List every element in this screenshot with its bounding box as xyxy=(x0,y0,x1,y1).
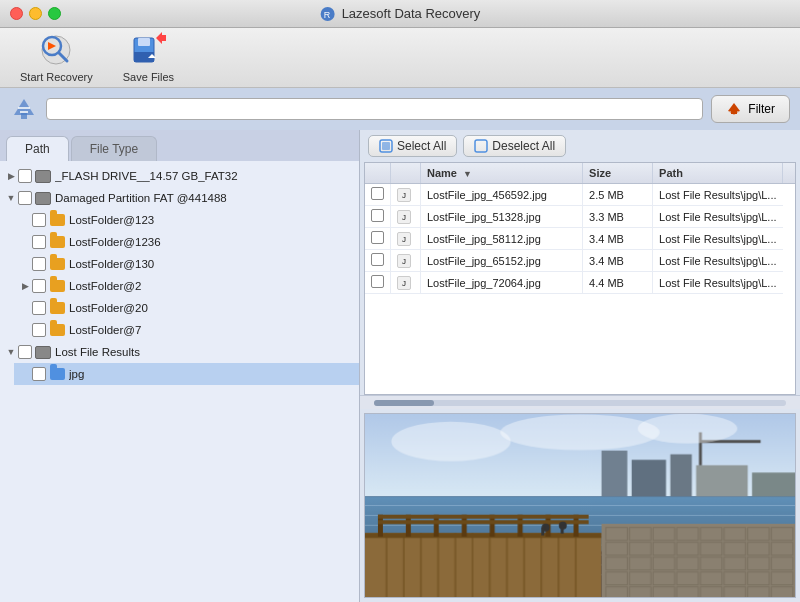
app-title: R Lazesoft Data Recovery xyxy=(320,6,481,22)
close-button[interactable] xyxy=(10,7,23,20)
row-icon-cell: J xyxy=(391,272,421,294)
col-path[interactable]: Path xyxy=(653,163,783,184)
col-size[interactable]: Size xyxy=(583,163,653,184)
tabs: Path File Type xyxy=(0,130,359,161)
tree-arrow xyxy=(18,323,32,337)
tree-checkbox-jpg[interactable] xyxy=(32,367,46,381)
tree-checkbox-lf123[interactable] xyxy=(32,213,46,227)
row-size: 2.5 MB xyxy=(583,184,653,206)
tree-item-lostfileresults[interactable]: ▼ Lost File Results xyxy=(0,341,359,363)
folder-blue-icon xyxy=(49,367,65,381)
hscroll-track[interactable] xyxy=(374,400,786,406)
minimize-button[interactable] xyxy=(29,7,42,20)
tree-item-lostfolder123[interactable]: LostFolder@123 xyxy=(14,209,359,231)
tree-label: LostFolder@2 xyxy=(69,280,141,292)
row-icon-cell: J xyxy=(391,250,421,272)
svg-rect-14 xyxy=(731,110,737,114)
hscroll-bar[interactable] xyxy=(360,395,800,409)
row-checkbox[interactable] xyxy=(371,253,384,266)
search-input[interactable] xyxy=(46,98,703,120)
hscroll-thumb[interactable] xyxy=(374,400,434,406)
col-scroll xyxy=(783,163,796,184)
tree-item-jpg[interactable]: jpg xyxy=(14,363,359,385)
tree-panel[interactable]: ▶ _FLASH DRIVE__14.57 GB_FAT32 ▼ Damaged… xyxy=(0,161,359,602)
file-type-icon: J xyxy=(397,276,411,290)
maximize-button[interactable] xyxy=(48,7,61,20)
tree-checkbox-flash[interactable] xyxy=(18,169,32,183)
titlebar: R Lazesoft Data Recovery xyxy=(0,0,800,28)
tree-checkbox-lf20[interactable] xyxy=(32,301,46,315)
tree-item-lostfolder1236[interactable]: LostFolder@1236 xyxy=(14,231,359,253)
select-all-button[interactable]: Select All xyxy=(368,135,457,157)
tree-item-lostfolder7[interactable]: LostFolder@7 xyxy=(14,319,359,341)
row-checkbox[interactable] xyxy=(371,275,384,288)
deselect-all-label: Deselect All xyxy=(492,139,555,153)
tab-file-type[interactable]: File Type xyxy=(71,136,157,161)
tree-checkbox-lf1236[interactable] xyxy=(32,235,46,249)
row-name: LostFile_jpg_65152.jpg xyxy=(421,250,583,272)
tree-item-damaged[interactable]: ▼ Damaged Partition FAT @441488 xyxy=(0,187,359,209)
col-icon xyxy=(391,163,421,184)
row-path: Lost File Results\jpg\L... xyxy=(653,272,783,294)
table-row[interactable]: J LostFile_jpg_51328.jpg 3.3 MB Lost Fil… xyxy=(365,206,795,228)
tree-label: LostFolder@130 xyxy=(69,258,154,270)
start-recovery-button[interactable]: Start Recovery xyxy=(10,28,103,87)
file-type-icon: J xyxy=(397,254,411,268)
save-files-button[interactable]: Save Files xyxy=(113,28,184,87)
row-checkbox-cell[interactable] xyxy=(365,250,391,272)
save-files-icon xyxy=(130,32,166,68)
tree-arrow: ▶ xyxy=(18,279,32,293)
tree-arrow xyxy=(18,235,32,249)
file-type-icon: J xyxy=(397,232,411,246)
file-table-scroll[interactable]: Name ▼ Size Path J LostFile_jpg_456592.j… xyxy=(365,163,795,394)
title-text: Lazesoft Data Recovery xyxy=(342,6,481,21)
tree-label: _FLASH DRIVE__14.57 GB_FAT32 xyxy=(55,170,238,182)
tree-checkbox-lfresults[interactable] xyxy=(18,345,32,359)
row-checkbox-cell[interactable] xyxy=(365,228,391,250)
save-files-label: Save Files xyxy=(123,71,174,83)
tree-item-lostfolder20[interactable]: LostFolder@20 xyxy=(14,297,359,319)
row-size: 3.4 MB xyxy=(583,250,653,272)
tree-item-flash[interactable]: ▶ _FLASH DRIVE__14.57 GB_FAT32 xyxy=(0,165,359,187)
svg-rect-17 xyxy=(475,140,487,152)
tree-item-lostfolder2[interactable]: ▶ LostFolder@2 xyxy=(14,275,359,297)
deselect-all-button[interactable]: Deselect All xyxy=(463,135,566,157)
row-checkbox[interactable] xyxy=(371,209,384,222)
toolbar: Start Recovery Save Files xyxy=(0,28,800,88)
folder-icon xyxy=(49,213,65,227)
row-checkbox-cell[interactable] xyxy=(365,206,391,228)
svg-rect-6 xyxy=(138,38,150,46)
filter-icon xyxy=(726,101,742,117)
table-row[interactable]: J LostFile_jpg_65152.jpg 3.4 MB Lost Fil… xyxy=(365,250,795,272)
tree-label: Damaged Partition FAT @441488 xyxy=(55,192,227,204)
tree-item-lostfolder130[interactable]: LostFolder@130 xyxy=(14,253,359,275)
file-table: Name ▼ Size Path J LostFile_jpg_456592.j… xyxy=(365,163,795,294)
row-name: LostFile_jpg_51328.jpg xyxy=(421,206,583,228)
svg-text:R: R xyxy=(324,10,331,20)
select-all-icon xyxy=(379,139,393,153)
col-name[interactable]: Name ▼ xyxy=(421,163,583,184)
start-recovery-label: Start Recovery xyxy=(20,71,93,83)
preview-canvas xyxy=(365,414,795,597)
tree-arrow: ▼ xyxy=(4,345,18,359)
filter-button[interactable]: Filter xyxy=(711,95,790,123)
svg-marker-12 xyxy=(728,103,740,111)
row-checkbox-cell[interactable] xyxy=(365,272,391,294)
tab-path[interactable]: Path xyxy=(6,136,69,161)
table-row[interactable]: J LostFile_jpg_58112.jpg 3.4 MB Lost Fil… xyxy=(365,228,795,250)
row-checkbox[interactable] xyxy=(371,187,384,200)
folder-icon xyxy=(49,279,65,293)
row-checkbox-cell[interactable] xyxy=(365,184,391,206)
tree-label: Lost File Results xyxy=(55,346,140,358)
tree-checkbox-lf2[interactable] xyxy=(32,279,46,293)
row-checkbox[interactable] xyxy=(371,231,384,244)
tree-checkbox-lf7[interactable] xyxy=(32,323,46,337)
svg-rect-16 xyxy=(382,142,390,150)
table-row[interactable]: J LostFile_jpg_72064.jpg 4.4 MB Lost Fil… xyxy=(365,272,795,294)
hdd-icon xyxy=(35,346,51,359)
folder-icon xyxy=(49,301,65,315)
tree-checkbox-lf130[interactable] xyxy=(32,257,46,271)
table-row[interactable]: J LostFile_jpg_456592.jpg 2.5 MB Lost Fi… xyxy=(365,184,795,206)
row-size: 3.3 MB xyxy=(583,206,653,228)
tree-checkbox-damaged[interactable] xyxy=(18,191,32,205)
